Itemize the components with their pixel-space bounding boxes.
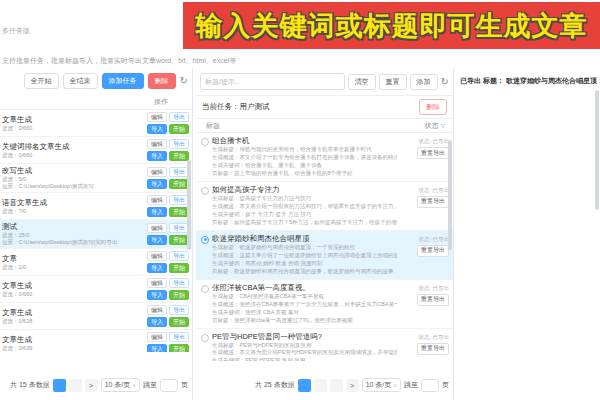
radio-button[interactable]	[201, 334, 209, 342]
export-button[interactable]: 导出	[169, 223, 189, 233]
refresh-icon[interactable]: ↻	[180, 76, 188, 86]
start-all-button[interactable]: 全开始	[24, 73, 59, 89]
task-total-count: 共 15 条数据	[10, 380, 50, 390]
radio-button[interactable]	[201, 187, 209, 195]
page-number[interactable]	[314, 379, 327, 392]
page-size-value: 10 条/页	[366, 380, 392, 390]
reset-export-button[interactable]: 重置导出	[417, 294, 449, 306]
search-input[interactable]	[200, 73, 345, 90]
task-name: 文章生成	[2, 115, 145, 125]
jump-page-input[interactable]	[160, 379, 178, 392]
delete-title-button[interactable]: 删除	[419, 99, 447, 115]
page-size-select[interactable]: 10 条/页 ∨	[362, 378, 401, 392]
task-toolbar: 全开始 全结束 添加任务 删除 ↻	[0, 68, 192, 94]
app-version-note: 多任务版	[2, 26, 30, 36]
import-button[interactable]: 导入	[147, 344, 167, 352]
export-button[interactable]: 导出	[169, 278, 189, 288]
start-button[interactable]: 开始	[169, 151, 189, 161]
jump-page-input[interactable]	[421, 379, 439, 392]
app-window: 多任务版 输入关键词或标题即可生成文章 支持批量任务，批量标题导入，批量实时导出…	[0, 0, 600, 400]
edit-button[interactable]: 编辑	[147, 305, 167, 315]
page-number[interactable]	[69, 379, 82, 392]
edit-button[interactable]: 编辑	[147, 167, 167, 177]
start-button[interactable]: 开始	[169, 179, 189, 189]
end-all-button[interactable]: 全结束	[63, 73, 98, 89]
page-number[interactable]	[330, 379, 343, 392]
refresh-icon[interactable]: ↻	[441, 77, 449, 87]
page-size-select[interactable]: 10 条/页 ∨	[101, 378, 140, 392]
start-button[interactable]: 开始	[169, 263, 189, 273]
edit-button[interactable]: 编辑	[147, 278, 167, 288]
import-button[interactable]: 导入	[147, 124, 167, 134]
import-button[interactable]: 导入	[147, 290, 167, 300]
start-button[interactable]: 开始	[169, 207, 189, 217]
title-row[interactable]: 组合播卡机 生成标题：传统与现代的完美组合，组合播卡机带来全新播卡时代 生成概述…	[196, 133, 453, 182]
title-text: 如何提高孩子专注力	[212, 185, 397, 195]
export-button[interactable]: 导出	[169, 167, 189, 177]
import-button[interactable]: 导入	[147, 235, 167, 245]
add-title-button[interactable]: 添加	[410, 74, 438, 90]
start-button[interactable]: 开始	[169, 124, 189, 134]
jump-suffix: 页	[442, 380, 449, 390]
delete-task-button[interactable]: 删除	[148, 73, 176, 89]
task-row[interactable]: 文章生成 进度：0/660 编辑 导出 导入 开始	[0, 276, 192, 303]
import-button[interactable]: 导入	[147, 151, 167, 161]
radio-button[interactable]	[201, 236, 209, 244]
reset-export-button[interactable]: 重置导出	[417, 196, 449, 208]
clear-button[interactable]: 清空	[348, 74, 376, 90]
task-path: 位置：C:\Users\wp\Desktop\测试改写	[2, 183, 145, 190]
add-task-button[interactable]: 添加任务	[102, 73, 144, 89]
export-button[interactable]: 导出	[169, 195, 189, 205]
task-row[interactable]: 文章生成 进度：0/639 编辑 导出 导入 开始	[0, 330, 192, 352]
title-row[interactable]: 张照洋被CBA第一高度直视。 生成标题：CBA|张照洋暴露CBA第一车平射程 生…	[196, 280, 453, 329]
status-column-header[interactable]: 状态 ▽	[424, 121, 445, 131]
reset-export-button[interactable]: 重置导出	[417, 147, 449, 159]
reset-export-button[interactable]: 重置导出	[417, 343, 449, 355]
start-button[interactable]: 开始	[169, 344, 189, 352]
task-row[interactable]: 文章生成 进度：0/628 编辑 导出 导入 开始	[0, 303, 192, 330]
scrollbar[interactable]	[448, 140, 452, 250]
page-number[interactable]	[298, 379, 311, 392]
task-row[interactable]: 关键词排名文章生成 进度：0/660 编辑 导出 导入 开始	[0, 137, 192, 164]
title-row[interactable]: 歌迷穿婚纱和周杰伦合唱星顶 生成标题：歌迷穿婚纱与周杰伦合唱星顶：一个资深的粉丝…	[196, 231, 453, 280]
export-button[interactable]: 导出	[169, 139, 189, 149]
task-row[interactable]: 改写生成 进度：5/0 位置：C:\Users\wp\Desktop\测试改写 …	[0, 164, 192, 193]
next-page-button[interactable]: >	[346, 379, 359, 392]
edit-button[interactable]: 编辑	[147, 139, 167, 149]
export-button[interactable]: 导出	[169, 251, 189, 261]
edit-button[interactable]: 编辑	[147, 251, 167, 261]
title-row[interactable]: 如何提高孩子专注力 生成标题：提高孩子专注力的方法与技巧 生成概述：本文将介绍一…	[196, 182, 453, 231]
scrollbar[interactable]	[595, 90, 599, 210]
start-button[interactable]: 开始	[169, 290, 189, 300]
export-button[interactable]: 导出	[169, 332, 189, 342]
task-name: 文章生成	[2, 308, 145, 318]
task-row[interactable]: 测试 进度：25/0 位置：C:\Users\wp\Desktop\测试改写(实…	[0, 220, 192, 249]
task-row[interactable]: 文章 进度：1/0 编辑 导出 导入 开始	[0, 249, 192, 276]
reset-button[interactable]: 重置	[379, 74, 407, 90]
page-number[interactable]	[53, 379, 66, 392]
scrollbar[interactable]	[187, 160, 191, 250]
import-button[interactable]: 导入	[147, 179, 167, 189]
export-button[interactable]: 导出	[169, 305, 189, 315]
task-progress: 进度：25/0	[2, 232, 145, 239]
task-info: 关键词排名文章生成 进度：0/660	[2, 142, 145, 159]
edit-button[interactable]: 编辑	[147, 112, 167, 122]
task-row[interactable]: 语音文章生成 进度：7/0 编辑 导出 导入 开始	[0, 193, 192, 220]
reset-export-button[interactable]: 重置导出	[417, 245, 449, 257]
radio-button[interactable]	[201, 285, 209, 293]
export-button[interactable]: 导出	[169, 112, 189, 122]
title-row[interactable]: PE管与HDPE管是同一种管道吗? 生成标题：PE管与HDPE管的区别及应用 生…	[196, 329, 453, 362]
gen-summary-line: 生成概述：本文将介绍一些有效的方法和技巧，帮助家长提升孩子的专注力。	[212, 203, 397, 211]
start-button[interactable]: 开始	[169, 317, 189, 327]
import-button[interactable]: 导入	[147, 317, 167, 327]
radio-button[interactable]	[201, 138, 209, 146]
task-row[interactable]: 文章生成 进度：0/660 编辑 导出 导入 开始	[0, 110, 192, 137]
import-button[interactable]: 导入	[147, 263, 167, 273]
next-page-button[interactable]: >	[85, 379, 98, 392]
start-button[interactable]: 开始	[169, 235, 189, 245]
edit-button[interactable]: 编辑	[147, 223, 167, 233]
import-button[interactable]: 导入	[147, 207, 167, 217]
edit-button[interactable]: 编辑	[147, 332, 167, 342]
task-name: 文章生成	[2, 335, 145, 345]
edit-button[interactable]: 编辑	[147, 195, 167, 205]
